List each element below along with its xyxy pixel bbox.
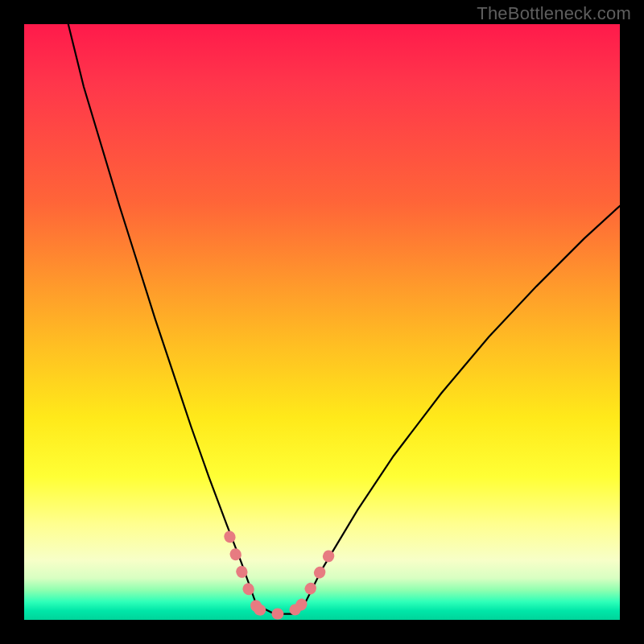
curve-layer xyxy=(24,24,620,620)
bottleneck-curve xyxy=(68,24,620,614)
plot-area xyxy=(24,24,620,620)
highlight-right xyxy=(301,546,334,605)
watermark-text: TheBottleneck.com xyxy=(477,3,631,24)
chart-container: TheBottleneck.com xyxy=(0,0,644,644)
